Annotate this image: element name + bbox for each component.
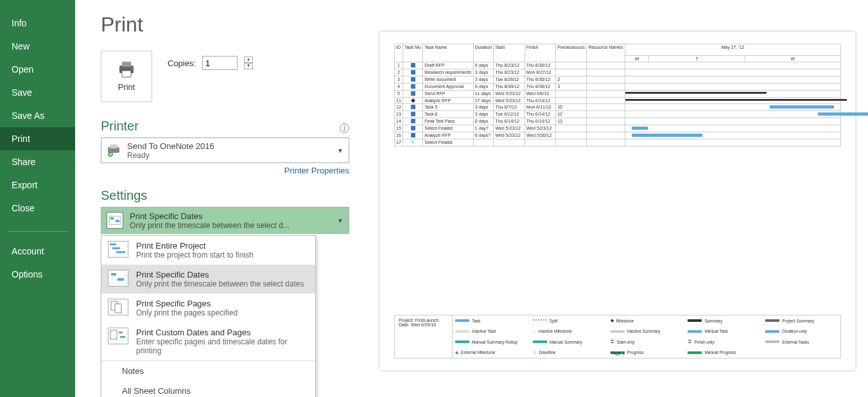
svg-rect-16 xyxy=(115,304,121,313)
printer-icon xyxy=(117,62,136,78)
sidebar-item-print[interactable]: Print xyxy=(0,127,75,150)
svg-rect-12 xyxy=(116,251,125,253)
svg-rect-2 xyxy=(122,71,131,77)
printer-status-icon xyxy=(107,143,121,157)
option-title: Print Specific Dates xyxy=(136,270,304,279)
sidebar-item-options[interactable]: Options xyxy=(0,263,75,286)
tl-day: W xyxy=(745,56,840,62)
col-start: Start xyxy=(494,44,525,62)
svg-point-6 xyxy=(108,152,113,157)
sidebar-item-save-as[interactable]: Save As xyxy=(0,104,75,127)
date-range-icon xyxy=(108,270,128,287)
svg-rect-9 xyxy=(116,220,119,222)
legend-item: External Tasks xyxy=(763,337,840,348)
col-finish: Finish xyxy=(525,44,555,62)
sidebar-item-share[interactable]: Share xyxy=(0,150,75,173)
copies-label: Copies: xyxy=(168,58,196,68)
settings-section-title: Settings xyxy=(101,188,349,203)
printer-name: Send To OneNote 2016 xyxy=(127,141,214,151)
sidebar-divider xyxy=(8,231,67,232)
preview-page: ID Task Mo Task Name Duration Start Fini… xyxy=(380,32,855,370)
option-print-custom-dates-pages[interactable]: Print Custom Dates and Pages Enter speci… xyxy=(101,322,315,360)
option-sub: Enter specific pages and timescale dates… xyxy=(136,337,309,355)
svg-rect-5 xyxy=(110,145,117,148)
option-all-sheet-columns[interactable]: All Sheet Columns xyxy=(101,381,315,397)
col-resources: Resource Names xyxy=(587,44,625,62)
table-row: 4Document Approval0 daysThu 8/30/12Thu 8… xyxy=(395,84,841,91)
info-icon[interactable]: i xyxy=(340,123,349,133)
svg-rect-19 xyxy=(120,336,125,338)
gantt-bar xyxy=(818,112,868,116)
page-title: Print xyxy=(101,13,349,37)
backstage-sidebar: Info New Open Save Save As Print Share E… xyxy=(0,0,75,397)
gantt-table: ID Task Mo Task Name Duration Start Fini… xyxy=(394,44,841,146)
option-title: Print Specific Pages xyxy=(136,299,238,308)
printer-status: Ready xyxy=(127,151,214,160)
copies-input[interactable] xyxy=(202,56,238,70)
option-print-entire-project[interactable]: Print Entire Project Print the project f… xyxy=(101,236,315,265)
table-row: 16Analyze RFP6 days?Wed 5/23/12Wed 5/30/… xyxy=(395,132,841,139)
sidebar-item-new[interactable]: New xyxy=(0,35,75,58)
settings-selected-title: Print Specific Dates xyxy=(130,211,290,221)
tl-day: M xyxy=(625,56,649,62)
sidebar-item-export[interactable]: Export xyxy=(0,173,75,197)
date-range-icon xyxy=(107,212,123,229)
table-row: 15Select Finalist1 day?Wed 5/23/12Wed 5/… xyxy=(395,125,841,132)
legend-item: Duration-only xyxy=(763,326,840,337)
pages-icon xyxy=(108,299,128,315)
svg-rect-10 xyxy=(110,243,116,245)
settings-selected-sub: Only print the timescale between the sel… xyxy=(130,221,290,230)
legend-item: Summary xyxy=(685,315,763,326)
printer-dropdown[interactable]: Send To OneNote 2016 Ready ▼ xyxy=(101,137,349,163)
legend-item: Project Summary xyxy=(763,315,840,326)
settings-range-dropdown-panel: Print Entire Project Print the project f… xyxy=(101,235,316,397)
print-preview: ID Task Mo Task Name Duration Start Fini… xyxy=(367,0,868,397)
gantt-bar xyxy=(770,105,834,109)
gantt-bar xyxy=(632,127,648,130)
svg-point-3 xyxy=(131,67,132,68)
gantt-bar xyxy=(625,92,767,94)
legend-item: Task xyxy=(453,315,530,326)
print-button[interactable]: Print xyxy=(101,51,152,102)
col-taskname: Task Name xyxy=(423,44,473,62)
printer-properties-link[interactable]: Printer Properties xyxy=(101,166,349,175)
legend-item: ⊏Start-only xyxy=(608,337,686,348)
sidebar-item-save[interactable]: Save xyxy=(0,81,75,104)
col-predecessors: Predecessors xyxy=(556,44,587,62)
chevron-down-icon: ▼ xyxy=(337,217,343,224)
tl-day: T xyxy=(649,56,745,62)
printer-section-title: Printer xyxy=(101,119,139,134)
table-row: 3Write document3 daysTue 8/28/12Thu 8/30… xyxy=(395,76,841,84)
sidebar-item-close[interactable]: Close xyxy=(0,197,75,220)
svg-rect-11 xyxy=(112,247,120,249)
timescale-label: May 27, '12 xyxy=(625,44,841,56)
print-button-label: Print xyxy=(118,82,135,92)
col-duration: Duration xyxy=(473,44,494,62)
sidebar-item-open[interactable]: Open xyxy=(0,58,75,81)
option-print-specific-pages[interactable]: Print Specific Pages Only print the page… xyxy=(101,294,315,322)
sidebar-item-account[interactable]: Account xyxy=(0,240,75,263)
svg-rect-13 xyxy=(111,273,116,276)
project-icon xyxy=(108,241,128,258)
option-notes[interactable]: Notes xyxy=(101,361,315,381)
chevron-down-icon[interactable]: ▼ xyxy=(244,63,253,69)
legend-item: Inactive Summary xyxy=(608,326,686,337)
option-print-specific-dates[interactable]: Print Specific Dates Only print the time… xyxy=(101,265,315,294)
copies-spinner[interactable]: ▲ ▼ xyxy=(244,57,253,69)
page-number: Page 1 xyxy=(395,351,840,355)
table-row: 11Analyze RFP17 daysWed 5/23/12Thu 6/14/… xyxy=(395,98,841,104)
settings-range-dropdown[interactable]: Print Specific Dates Only print the time… xyxy=(101,207,349,234)
sidebar-item-info[interactable]: Info xyxy=(0,12,75,35)
legend-item: ◆Milestone xyxy=(608,315,686,326)
legend: Project: FirstLaunch Date: Wed 6/29/16 T… xyxy=(394,315,841,358)
gantt-bar xyxy=(632,134,702,137)
legend-item: Inactive Task xyxy=(453,326,530,337)
chevron-up-icon[interactable]: ▲ xyxy=(244,57,253,63)
legend-item: Manual Summary Rollup xyxy=(453,337,530,348)
table-row: 13Task 63 daysTue 6/12/12Thu 6/14/1212 xyxy=(395,111,841,118)
table-row: 12Task 53 daysThu 6/7/12Mon 6/11/1210 xyxy=(395,104,841,111)
gantt-bar xyxy=(625,99,847,101)
svg-rect-14 xyxy=(117,278,124,281)
legend-item: ⊐Finish-only xyxy=(685,337,763,348)
chevron-down-icon: ▼ xyxy=(337,147,343,154)
